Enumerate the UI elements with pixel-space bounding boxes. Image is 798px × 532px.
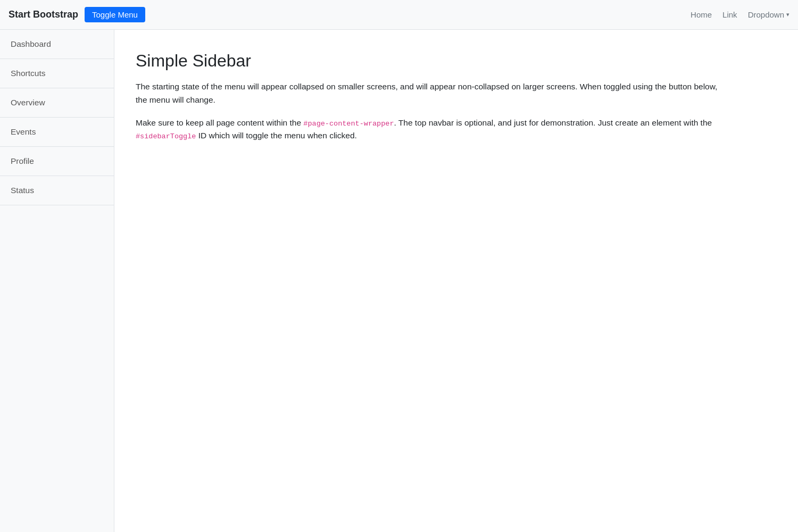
para2-middle: . The top navbar is optional, and just f… xyxy=(394,118,712,127)
content-paragraph-2: Make sure to keep all page content withi… xyxy=(136,117,721,143)
navbar-right: Home Link Dropdown ▾ xyxy=(691,10,789,19)
sidebar-item-label: Shortcuts xyxy=(11,69,45,78)
page-content: Simple Sidebar The starting state of the… xyxy=(114,30,798,532)
sidebar-item-label: Status xyxy=(11,186,34,195)
toggle-menu-button[interactable]: Toggle Menu xyxy=(85,7,145,22)
sidebar-item-overview[interactable]: Overview xyxy=(0,88,114,118)
code-page-content-wrapper: #page-content-wrapper xyxy=(303,120,394,128)
sidebar-item-dashboard[interactable]: Dashboard xyxy=(0,30,114,59)
chevron-down-icon: ▾ xyxy=(786,11,789,18)
brand-name: Start Bootstrap xyxy=(9,9,78,20)
sidebar: Dashboard Shortcuts Overview Events Prof… xyxy=(0,30,114,532)
sidebar-item-events[interactable]: Events xyxy=(0,118,114,147)
sidebar-item-label: Events xyxy=(11,127,36,137)
navbar-left: Start Bootstrap Toggle Menu xyxy=(9,7,145,22)
para2-after: ID which will toggle the menu when click… xyxy=(196,131,356,140)
sidebar-item-profile[interactable]: Profile xyxy=(0,147,114,176)
page-title: Simple Sidebar xyxy=(136,51,777,71)
main-wrapper: Dashboard Shortcuts Overview Events Prof… xyxy=(0,30,798,532)
nav-home[interactable]: Home xyxy=(691,10,712,19)
sidebar-item-label: Overview xyxy=(11,98,45,107)
nav-link[interactable]: Link xyxy=(722,10,737,19)
content-paragraph-1: The starting state of the menu will appe… xyxy=(136,80,721,107)
sidebar-item-label: Profile xyxy=(11,156,34,166)
para2-before: Make sure to keep all page content withi… xyxy=(136,118,303,127)
top-navbar: Start Bootstrap Toggle Menu Home Link Dr… xyxy=(0,0,798,30)
sidebar-item-shortcuts[interactable]: Shortcuts xyxy=(0,59,114,88)
sidebar-item-label: Dashboard xyxy=(11,39,51,49)
dropdown-label: Dropdown xyxy=(748,10,784,19)
code-sidebar-toggle: #sidebarToggle xyxy=(136,132,196,140)
sidebar-item-status[interactable]: Status xyxy=(0,176,114,205)
nav-dropdown[interactable]: Dropdown ▾ xyxy=(748,10,789,19)
